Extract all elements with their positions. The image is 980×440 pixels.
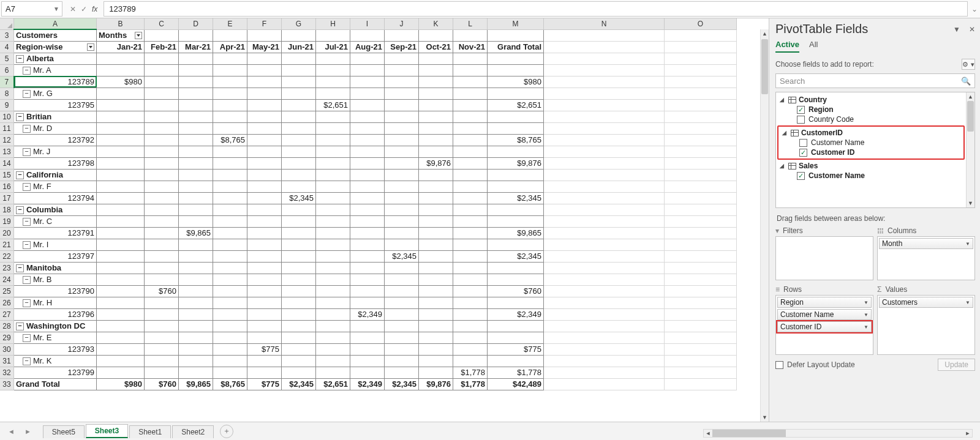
formula-bar-expand-icon[interactable]: ⌄ <box>969 0 980 18</box>
customer-row[interactable]: Mr. I <box>14 239 97 250</box>
collapse-icon[interactable] <box>23 147 33 156</box>
fx-icon[interactable]: fx <box>92 5 97 13</box>
customer-row[interactable]: Mr. E <box>14 332 97 343</box>
panel-options-icon[interactable]: ▼ <box>953 25 960 34</box>
months-filter-icon[interactable] <box>135 32 142 39</box>
columns-area[interactable]: Month▼ <box>877 236 975 280</box>
field-item[interactable]: Customer Name <box>778 138 963 147</box>
field-checkbox[interactable] <box>797 106 805 114</box>
col-header-N[interactable]: N <box>544 18 665 29</box>
field-item[interactable]: Customer Name <box>776 171 974 181</box>
customer-id-cell[interactable]: 123790 <box>14 285 97 297</box>
collapse-icon[interactable] <box>16 321 26 330</box>
col-header-I[interactable]: I <box>350 18 385 29</box>
area-pill[interactable]: Customer Name▼ <box>777 309 872 320</box>
panel-close-icon[interactable]: ✕ <box>969 25 975 34</box>
col-header-A[interactable]: A <box>14 18 97 29</box>
sheet-tab[interactable]: Sheet3 <box>86 424 128 438</box>
pivot-regionwise-header[interactable]: Region-wise <box>14 41 97 53</box>
customer-row[interactable]: Mr. A <box>14 64 97 76</box>
collapse-icon[interactable] <box>16 112 26 121</box>
col-header-J[interactable]: J <box>385 18 419 29</box>
field-checkbox[interactable] <box>799 149 807 157</box>
collapse-icon[interactable] <box>16 54 26 63</box>
collapse-icon[interactable] <box>23 275 33 284</box>
regionwise-filter-icon[interactable] <box>87 43 94 51</box>
area-pill[interactable]: Customer ID▼ <box>777 321 872 332</box>
field-table-Country[interactable]: ◢Country <box>776 95 974 105</box>
region-row[interactable]: Alberta <box>14 53 97 64</box>
col-header-D[interactable]: D <box>179 18 213 29</box>
collapse-icon[interactable] <box>16 205 26 214</box>
customer-id-cell[interactable]: 123791 <box>14 227 97 239</box>
sheet-nav-next-icon[interactable]: ► <box>21 427 34 436</box>
col-header-F[interactable]: F <box>247 18 282 29</box>
area-pill[interactable]: Month▼ <box>879 238 973 249</box>
field-table-Sales[interactable]: ◢Sales <box>776 161 974 171</box>
rows-area[interactable]: Region▼Customer Name▼Customer ID▼ <box>775 295 873 355</box>
collapse-icon[interactable] <box>23 240 33 249</box>
accept-icon[interactable]: ✓ <box>81 5 87 13</box>
customer-id-cell[interactable]: 123797 <box>14 250 97 262</box>
name-box-dropdown-icon[interactable]: ▼ <box>53 6 59 12</box>
col-header-H[interactable]: H <box>316 18 350 29</box>
pivot-months-header[interactable]: Months <box>97 29 145 41</box>
col-header-L[interactable]: L <box>453 18 488 29</box>
fields-scrollbar[interactable]: ▲ ▼ <box>966 92 974 207</box>
collapse-icon[interactable] <box>23 217 33 226</box>
cancel-icon[interactable]: ✕ <box>70 5 76 13</box>
customer-id-cell[interactable]: 123799 <box>14 367 97 378</box>
col-header-M[interactable]: M <box>488 18 544 29</box>
worksheet-grid[interactable]: ABCDEFGHIJKLMNO3CustomersMonths4Region-w… <box>0 18 769 422</box>
col-header-G[interactable]: G <box>282 18 316 29</box>
customer-row[interactable]: Mr. C <box>14 215 97 227</box>
customer-id-cell[interactable]: 123796 <box>14 308 97 320</box>
collapse-icon[interactable] <box>23 124 33 133</box>
grand-total-row[interactable]: Grand Total <box>14 378 97 390</box>
collapse-icon[interactable] <box>23 89 33 98</box>
region-row[interactable]: Columbia <box>14 204 97 215</box>
tab-active[interactable]: Active <box>775 40 799 53</box>
customer-id-cell[interactable]: 123789 <box>14 76 97 88</box>
customer-id-cell[interactable]: 123795 <box>14 99 97 111</box>
horizontal-scrollbar[interactable]: ◄► <box>703 429 973 438</box>
field-item[interactable]: Country Code <box>776 114 974 124</box>
collapse-icon[interactable] <box>16 170 26 179</box>
field-checkbox[interactable] <box>797 116 805 124</box>
customer-id-cell[interactable]: 123793 <box>14 343 97 355</box>
fields-list[interactable]: ◢CountryRegionCountry Code◢CustomerIDCus… <box>775 92 975 208</box>
pivot-customers-header[interactable]: Customers <box>14 29 97 41</box>
formula-input[interactable]: 123789 <box>104 1 968 17</box>
collapse-icon[interactable] <box>16 263 26 272</box>
defer-checkbox[interactable] <box>775 361 783 369</box>
fields-search-input[interactable]: Search 🔍 <box>775 73 975 88</box>
sheet-tab[interactable]: Sheet2 <box>172 425 214 438</box>
tab-all[interactable]: All <box>809 40 818 53</box>
field-table-CustomerID[interactable]: ◢CustomerID <box>778 128 963 138</box>
vertical-scrollbar[interactable]: ▲ ▼ <box>760 29 769 422</box>
customer-id-cell[interactable]: 123794 <box>14 192 97 204</box>
col-header-O[interactable]: O <box>665 18 737 29</box>
update-button[interactable]: Update <box>938 359 975 371</box>
customer-row[interactable]: Mr. F <box>14 181 97 192</box>
region-row[interactable]: Britian <box>14 111 97 122</box>
collapse-icon[interactable] <box>23 298 33 307</box>
region-row[interactable]: California <box>14 169 97 181</box>
customer-row[interactable]: Mr. H <box>14 297 97 308</box>
col-header-E[interactable]: E <box>213 18 247 29</box>
field-checkbox[interactable] <box>797 172 805 180</box>
customer-row[interactable]: Mr. K <box>14 355 97 367</box>
customer-row[interactable]: Mr. J <box>14 146 97 157</box>
field-item[interactable]: Region <box>776 105 974 114</box>
collapse-icon[interactable] <box>23 65 33 75</box>
region-row[interactable]: Manitoba <box>14 262 97 274</box>
sheet-tab[interactable]: Sheet1 <box>129 425 171 438</box>
collapse-icon[interactable] <box>23 333 33 342</box>
area-pill[interactable]: Region▼ <box>777 297 872 308</box>
new-sheet-button[interactable]: ＋ <box>220 425 233 438</box>
region-row[interactable]: Washington DC <box>14 320 97 332</box>
col-header-C[interactable]: C <box>145 18 179 29</box>
area-pill[interactable]: Customers▼ <box>879 297 973 308</box>
sheet-tab[interactable]: Sheet5 <box>43 425 85 438</box>
tools-gear-icon[interactable]: ⚙ ▾ <box>962 59 975 70</box>
